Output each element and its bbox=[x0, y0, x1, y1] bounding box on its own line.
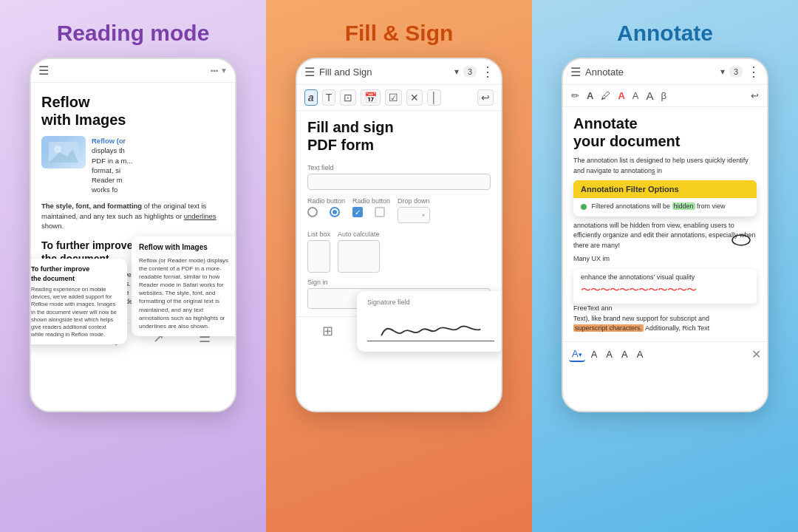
autocalc-field[interactable] bbox=[338, 240, 380, 273]
ann-body: The annotation list is designed to help … bbox=[573, 156, 757, 176]
filter-body-pre: Filtered annotations will be bbox=[592, 202, 672, 210]
fill-heading: Fill and signPDF form bbox=[307, 118, 491, 154]
radio1-group: Radio button bbox=[307, 197, 345, 223]
filter-card: Annotation Filter Options Filtered annot… bbox=[573, 180, 757, 216]
radio1-row bbox=[307, 207, 345, 217]
annotate-panel: Annotate ☰ Annotate ▾ 3 ⋮ ✏ A 🖊 A A A β … bbox=[532, 0, 798, 532]
reading-title: Reading mode bbox=[57, 21, 210, 46]
font-btn-2[interactable]: A bbox=[603, 347, 615, 361]
radio1-filled[interactable] bbox=[330, 207, 340, 217]
image-tool[interactable]: ⊡ bbox=[340, 89, 356, 106]
undo-tool[interactable]: ↩ bbox=[477, 89, 494, 106]
dropdown-label: Drop down bbox=[398, 197, 430, 205]
filter-body: Filtered annotations will be hidden from… bbox=[573, 198, 757, 216]
color-text-tool[interactable]: A bbox=[615, 89, 627, 102]
ann-content: Annotateyour document The annotation lis… bbox=[563, 107, 767, 341]
highlight-tool[interactable]: A bbox=[584, 89, 596, 102]
signin-label: Sign in bbox=[307, 279, 491, 286]
cross-tool[interactable]: ✕ bbox=[406, 89, 423, 106]
radio1-empty[interactable] bbox=[307, 207, 318, 217]
pencil-tool[interactable]: ✏ bbox=[569, 89, 582, 102]
large-font-tool[interactable]: A bbox=[644, 89, 655, 103]
fill-hamburger-icon[interactable]: ☰ bbox=[304, 65, 315, 79]
float-card-2-body: Reading experience on mobile devices, we… bbox=[31, 286, 120, 338]
listbox-field[interactable] bbox=[307, 240, 330, 273]
line-tool[interactable]: │ bbox=[427, 89, 441, 106]
font-tool[interactable]: A bbox=[630, 89, 641, 102]
ann-toolbar: ✏ A 🖊 A A A β ↩ bbox=[563, 85, 767, 107]
text-field-section: Text field bbox=[307, 164, 491, 190]
font-btn-4[interactable]: A bbox=[634, 347, 647, 361]
checkbox-empty[interactable] bbox=[375, 207, 385, 217]
radio-dropdown-row: Radio button Radio button ✓ bbox=[307, 197, 491, 223]
hamburger-icon[interactable]: ☰ bbox=[38, 64, 49, 78]
checkbox-tool[interactable]: ☑ bbox=[385, 89, 402, 106]
filter-hidden-text: hidden bbox=[672, 202, 695, 210]
underline-tool[interactable]: 🖊 bbox=[598, 89, 613, 102]
superscript-highlight: superscript characters. bbox=[573, 324, 644, 332]
text-tool[interactable]: T bbox=[322, 89, 336, 106]
fill-topbar: ☰ Fill and Sign ▾ 3 ⋮ bbox=[297, 59, 501, 85]
listbox-label: List box bbox=[307, 231, 330, 238]
fill-phone: ☰ Fill and Sign ▾ 3 ⋮ a T ⊡ 📅 ☑ ✕ │ ↩ Fi… bbox=[296, 58, 502, 412]
signature-float-card: Signature field bbox=[357, 291, 502, 352]
signature-svg bbox=[367, 313, 494, 341]
squiggle-decoration: 〜〜〜〜〜〜〜〜〜〜〜〜 bbox=[581, 282, 749, 298]
reading-text-block: Reflow (or displays thPDF in a m... form… bbox=[92, 136, 132, 195]
dropdown-field[interactable]: ▾ bbox=[398, 207, 430, 223]
radio-dot bbox=[332, 210, 337, 214]
dropdown-chevron: ▾ bbox=[422, 212, 425, 219]
text-field[interactable] bbox=[307, 174, 491, 190]
annotate-phone: ☰ Annotate ▾ 3 ⋮ ✏ A 🖊 A A A β ↩ Annotat… bbox=[562, 58, 768, 412]
listbox-autocalc-row: List box Auto calculate bbox=[307, 231, 491, 273]
autocalc-label: Auto calculate bbox=[338, 231, 380, 238]
reading-phone: ☰ ▪▪▪ ▼ Reflowwith Images Reflow (or dis… bbox=[30, 58, 236, 412]
checkbox-checked[interactable]: ✓ bbox=[352, 207, 363, 217]
chevron-down-icon[interactable]: ▾ bbox=[454, 66, 459, 77]
signature-tool[interactable]: a bbox=[304, 89, 318, 106]
ann-hamburger-icon[interactable]: ☰ bbox=[570, 65, 581, 79]
fill-topbar-title: Fill and Sign bbox=[319, 66, 450, 78]
fill-more-icon[interactable]: ⋮ bbox=[481, 64, 494, 80]
float-card-title: Reflow with Images bbox=[139, 242, 235, 253]
autocalc-group: Auto calculate bbox=[338, 231, 380, 273]
fill-title: Fill & Sign bbox=[345, 21, 454, 46]
font-btn-3[interactable]: A bbox=[618, 347, 631, 361]
ann-more-icon[interactable]: ⋮ bbox=[747, 64, 760, 80]
ann-heading: Annotateyour document bbox=[573, 115, 757, 150]
fill-grid-icon[interactable]: ⊞ bbox=[322, 323, 333, 339]
ann-undo-tool[interactable]: ↩ bbox=[748, 89, 761, 102]
annotate-topbar: ☰ Annotate ▾ 3 ⋮ bbox=[563, 59, 767, 85]
radio2-group: Radio button ✓ bbox=[352, 197, 390, 223]
ann-body-3: Many UX im enhance the annotations' visu… bbox=[573, 254, 757, 334]
ann-topbar-title: Annotate bbox=[585, 66, 716, 78]
font-color-btn[interactable]: A bbox=[569, 347, 585, 362]
image-thumbnail bbox=[41, 136, 86, 168]
ann-chevron-icon[interactable]: ▾ bbox=[720, 66, 725, 77]
reading-float-card-2: To further improvethe document Reading e… bbox=[30, 259, 127, 344]
radio1-label: Radio button bbox=[307, 197, 345, 205]
green-dot-icon bbox=[581, 204, 587, 210]
annotate-title: Annotate bbox=[617, 21, 713, 46]
beta-tool[interactable]: β bbox=[658, 89, 668, 102]
highlight-text: Reflow (o bbox=[92, 137, 123, 145]
reading-panel: Reading mode ☰ ▪▪▪ ▼ Reflowwith Images R… bbox=[0, 0, 266, 532]
reading-float-card-1: Reflow with Images Reflow (or Reader mod… bbox=[132, 236, 236, 336]
font-btn-1[interactable]: A bbox=[588, 347, 601, 361]
reading-body: The style, font, and formatting of the o… bbox=[41, 201, 225, 231]
text-field-label: Text field bbox=[307, 164, 491, 171]
status-icons: ▪▪▪ ▼ bbox=[211, 66, 228, 75]
svg-point-1 bbox=[54, 146, 61, 153]
ann-badge: 3 bbox=[729, 66, 743, 78]
filter-title: Annotation Filter Options bbox=[573, 180, 757, 198]
close-icon[interactable]: ✕ bbox=[751, 347, 761, 361]
signature-line[interactable] bbox=[367, 312, 494, 341]
radio2-row: ✓ bbox=[352, 207, 390, 217]
fill-panel: Fill & Sign ☰ Fill and Sign ▾ 3 ⋮ a T ⊡ … bbox=[266, 0, 532, 532]
reading-img-row: Reflow (or displays thPDF in a m... form… bbox=[41, 136, 225, 195]
float-card-body: Reflow (or Reader mode) displays the con… bbox=[139, 256, 235, 331]
listbox-group: List box bbox=[307, 231, 330, 273]
date-tool[interactable]: 📅 bbox=[361, 89, 381, 106]
reading-topbar: ☰ ▪▪▪ ▼ bbox=[31, 59, 235, 83]
dropdown-group: Drop down ▾ bbox=[398, 197, 430, 223]
